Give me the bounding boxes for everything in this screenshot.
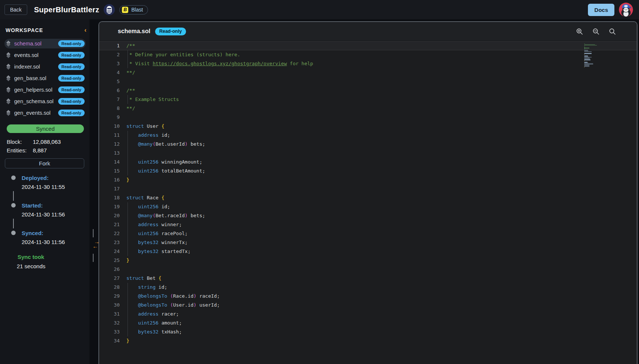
readonly-badge: Read-only <box>58 110 85 116</box>
code-token: uint256 <box>138 159 158 165</box>
code-token: raceId; <box>196 293 220 299</box>
deployment-timeline: Deployed:2024-11-30 11:55Started:2024-11… <box>0 175 89 245</box>
code-text: @many(Bet.userId) bets; <box>126 140 205 149</box>
code-token: txHash; <box>158 329 182 335</box>
fork-button[interactable]: Fork <box>5 158 84 168</box>
code-token: bytes32 <box>138 249 158 254</box>
minimap-line <box>584 60 591 60</box>
file-name: schema.sol <box>14 41 41 47</box>
solidity-file-icon <box>6 110 11 116</box>
sync-took-label: Sync took <box>18 254 89 260</box>
code-text: bytes32 winnerTx; <box>126 238 188 247</box>
user-avatar[interactable] <box>619 3 633 17</box>
code-area[interactable]: 1/**2 * Define your entities (structs) h… <box>99 41 637 345</box>
code-line-23: 23 bytes32 winnerTx; <box>99 238 637 247</box>
line-number: 16 <box>99 175 120 184</box>
code-text: uint256 totalBetAmount; <box>126 167 205 175</box>
line-number: 23 <box>99 238 120 247</box>
code-text: @belongsTo (User.id) userId; <box>126 301 220 310</box>
file-name: gen_base.sol <box>14 75 46 81</box>
code-line-15: 15 uint256 totalBetAmount; <box>99 167 637 175</box>
stat-value: 12,088,063 <box>33 139 61 145</box>
file-item-gen-events-sol[interactable]: gen_events.solRead-only <box>4 108 86 118</box>
code-line-34: 34} <box>99 336 637 345</box>
file-item-schema-sol[interactable]: schema.solRead-only <box>4 39 86 48</box>
code-token: { <box>161 123 164 129</box>
code-line-20: 20 @many(Bet.raceId) bets; <box>99 211 637 220</box>
code-token <box>126 222 138 227</box>
line-number: 10 <box>99 122 120 131</box>
ghost-logo-icon <box>104 4 115 15</box>
file-item-gen-helpers-sol[interactable]: gen_helpers.solRead-only <box>4 85 86 95</box>
minimap-line <box>584 51 592 52</box>
workspace-title: WORKSPACE <box>6 27 43 33</box>
line-number: 4 <box>99 68 120 77</box>
code-token: racePool; <box>158 231 188 236</box>
code-token: bytes32 <box>138 240 158 245</box>
line-number: 13 <box>99 149 120 158</box>
line-number: 29 <box>99 292 120 301</box>
code-token: Bet.raceId <box>155 213 185 218</box>
file-item-indexer-sol[interactable]: indexer.solRead-only <box>4 62 86 72</box>
minimap[interactable] <box>584 44 599 67</box>
line-number: 27 <box>99 274 120 283</box>
stat-label: Block: <box>7 137 33 146</box>
code-line-32: 32 uint256 amount; <box>99 319 637 327</box>
code-text: bytes32 startedTx; <box>126 247 191 256</box>
synced-status-button[interactable]: Synced <box>7 124 84 133</box>
search-icon[interactable] <box>609 28 616 35</box>
code-line-8: 8**/ <box>99 104 637 113</box>
file-name: gen_schema.sol <box>14 98 54 104</box>
collapse-sidebar-icon[interactable]: ‹ <box>84 28 86 33</box>
docs-button[interactable]: Docs <box>588 4 614 16</box>
code-token: uint256 <box>138 204 158 209</box>
file-item-gen-base-sol[interactable]: gen_base.solRead-only <box>4 73 86 83</box>
collapse-left-arrow-icon[interactable]: ← <box>92 244 98 249</box>
file-item-events-sol[interactable]: events.solRead-only <box>4 50 86 60</box>
code-token: **/ <box>126 105 135 111</box>
line-number: 14 <box>99 158 120 167</box>
code-text: string id; <box>126 283 167 292</box>
line-number: 3 <box>99 59 120 68</box>
file-item-gen-schema-sol[interactable]: gen_schema.solRead-only <box>4 96 86 106</box>
code-line-26: 26 <box>99 265 637 274</box>
code-token: @belongsTo <box>138 293 167 299</box>
line-number: 26 <box>99 265 120 274</box>
docs-link[interactable]: https://docs.ghostlogs.xyz/ghostgraph/ov… <box>152 61 287 66</box>
code-token: /** <box>126 88 135 93</box>
code-line-5: 5 <box>99 77 637 86</box>
minimap-line <box>584 65 589 65</box>
code-token: @many <box>138 213 152 218</box>
code-token: bytes32 <box>138 329 158 335</box>
code-token <box>126 132 138 138</box>
zoom-out-icon[interactable] <box>592 28 599 35</box>
editor-panel: schema.sol Read-only <box>98 21 638 364</box>
code-token: @belongsTo <box>138 302 167 308</box>
line-number: 22 <box>99 229 120 238</box>
stat-label: Entities: <box>7 146 33 155</box>
code-text: **/ <box>126 104 135 113</box>
back-button[interactable]: Back <box>4 4 27 15</box>
zoom-in-icon[interactable] <box>576 28 583 35</box>
sync-took-value: 21 seconds <box>17 263 89 269</box>
code-line-24: 24 bytes32 startedTx; <box>99 247 637 256</box>
code-token <box>126 329 138 335</box>
code-token: id; <box>158 132 170 138</box>
chain-badge-label: Blast <box>131 7 143 13</box>
line-number: 15 <box>99 167 120 175</box>
sync-stats: Block:12,088,063Entities:8,887 <box>7 137 89 155</box>
minimap-line <box>584 48 589 48</box>
app-title: SuperBlurBattlerz <box>34 6 99 14</box>
sidebar-resize-handle[interactable]: → ← <box>90 229 100 262</box>
code-token: ) <box>193 302 196 308</box>
file-name: gen_helpers.sol <box>14 87 52 93</box>
minimap-line <box>584 53 592 54</box>
code-token <box>126 320 138 326</box>
code-token: **/ <box>126 70 135 75</box>
timeline-timestamp: 2024-11-30 11:55 <box>0 184 89 190</box>
code-token: Race.id <box>173 293 193 299</box>
workspace-header: WORKSPACE ‹ <box>0 19 89 34</box>
code-line-18: 18struct Race { <box>99 193 637 202</box>
code-token: address <box>138 222 158 227</box>
solidity-file-icon <box>6 64 11 70</box>
